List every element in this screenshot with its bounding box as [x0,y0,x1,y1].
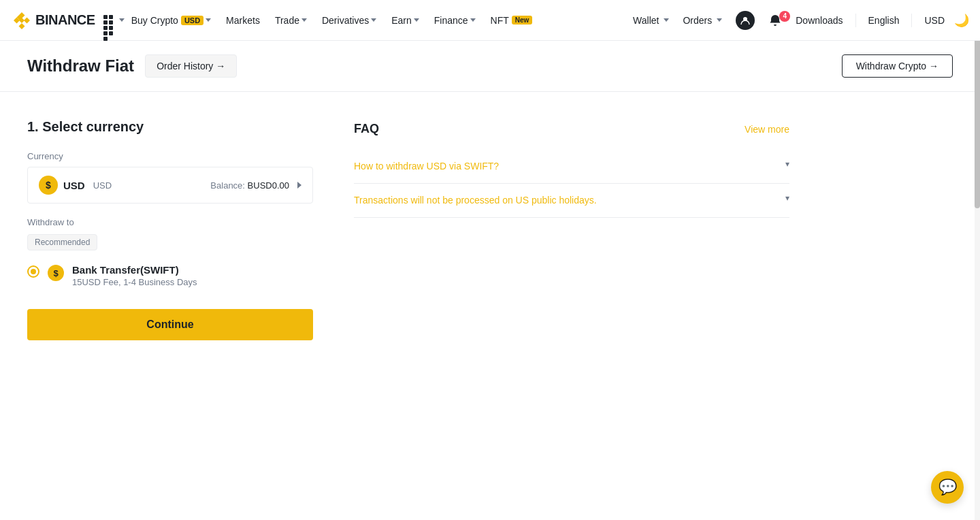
faq-chevron-1: ▾ [785,193,789,203]
logo[interactable]: BINANCE [11,10,95,31]
nav-items: Buy Crypto USD Markets Trade Derivatives… [125,0,629,41]
earn-chevron [414,18,419,22]
currency-selector[interactable]: $ USD USD Balance: BUSD0.00 [27,167,313,204]
nav-derivatives-label: Derivatives [322,15,369,26]
radio-swift-inner [31,269,36,274]
logo-text: BINANCE [35,12,95,28]
main-content: 1. Select currency Currency $ USD USD Ba… [0,92,817,368]
language-label: English [868,15,900,26]
right-panel: FAQ View more How to withdraw USD via SW… [354,119,789,340]
page-header: Withdraw Fiat Order History → Withdraw C… [0,41,980,92]
nav-buy-crypto[interactable]: Buy Crypto USD [125,0,218,41]
withdraw-to-label: Withdraw to [27,217,313,227]
balance-value: BUSD0.00 [248,180,289,191]
page-title: Withdraw Fiat [27,56,134,76]
recommended-badge: Recommended [27,234,97,250]
nav-earn-label: Earn [391,15,412,26]
apps-grid-icon[interactable] [103,15,114,26]
faq-item-1[interactable]: Transactions will not be processed on US… [354,184,789,218]
nav-nft[interactable]: NFT New [484,0,540,41]
downloads-label: Downloads [796,15,843,26]
currency-chevron-right [297,182,301,189]
transfer-info: Bank Transfer(SWIFT) 15USD Fee, 1-4 Busi… [72,264,197,287]
language-button[interactable]: English [864,15,904,26]
theme-toggle[interactable]: 🌙 [954,13,969,28]
usd-badge: USD [181,16,203,25]
wallet-chevron [664,18,669,22]
radio-swift[interactable] [27,265,39,278]
nav-earn[interactable]: Earn [385,0,426,41]
nav-buy-crypto-label: Buy Crypto [131,15,178,26]
buy-crypto-chevron [206,18,211,22]
balance-prefix: Balance: [210,180,245,191]
wallet-label: Wallet [633,15,659,26]
transfer-method-name: Bank Transfer(SWIFT) [72,264,197,276]
nav-markets[interactable]: Markets [219,0,267,41]
nav-derivatives[interactable]: Derivatives [315,0,383,41]
balance-label: Balance: BUSD0.00 [210,180,289,191]
transfer-method-desc: 15USD Fee, 1-4 Business Days [72,277,197,287]
faq-title: FAQ [354,122,379,136]
faq-item-0[interactable]: How to withdraw USD via SWIFT? ▾ [354,150,789,184]
order-history-button[interactable]: Order History → [145,54,237,78]
derivatives-chevron [371,18,376,22]
avatar [736,11,755,30]
nft-new-badge: New [512,16,533,25]
currency-sub: USD [93,180,112,191]
transfer-option-swift[interactable]: $ Bank Transfer(SWIFT) 15USD Fee, 1-4 Bu… [27,261,313,290]
continue-button[interactable]: Continue [27,309,313,340]
nav-finance[interactable]: Finance [427,0,483,41]
currency-field-label: Currency [27,151,313,161]
profile-button[interactable] [732,11,759,30]
orders-button[interactable]: Orders [679,15,726,26]
nav-trade[interactable]: Trade [268,0,314,41]
section-title: 1. Select currency [27,119,313,135]
faq-header: FAQ View more [354,122,789,136]
trade-chevron [301,18,307,22]
currency-left: $ USD USD [39,176,112,195]
withdraw-crypto-button[interactable]: Withdraw Crypto → [842,54,953,78]
currency-name: USD [63,180,85,191]
navbar: BINANCE Buy Crypto USD Markets Trade Der… [0,0,980,41]
nav-nft-label: NFT [491,15,509,26]
transfer-icon: $ [48,265,64,281]
nav-divider [855,14,856,27]
notifications-button[interactable]: 4 [764,14,786,27]
grid-chevron-icon[interactable] [119,18,125,22]
orders-chevron [717,18,722,22]
downloads-button[interactable]: Downloads [791,15,847,26]
wallet-button[interactable]: Wallet [629,15,673,26]
view-more-link[interactable]: View more [745,124,789,135]
faq-question-1: Transactions will not be processed on US… [354,193,780,208]
currency-button[interactable]: USD [920,15,949,26]
left-panel: 1. Select currency Currency $ USD USD Ba… [27,119,313,340]
orders-label: Orders [683,15,712,26]
notification-badge: 4 [779,11,790,22]
finance-chevron [470,18,476,22]
faq-chevron-0: ▾ [785,159,789,169]
nav-trade-label: Trade [275,15,299,26]
page-header-left: Withdraw Fiat Order History → [27,54,237,78]
faq-question-0: How to withdraw USD via SWIFT? [354,159,780,174]
nav-right: Wallet Orders 4 Downloads English USD 🌙 [629,11,969,30]
nav-divider-2 [911,14,912,27]
currency-selector-label: USD [924,15,945,26]
currency-icon: $ [39,176,58,195]
nav-markets-label: Markets [226,15,260,26]
nav-finance-label: Finance [434,15,468,26]
currency-balance-area: Balance: BUSD0.00 [210,180,301,191]
scrollbar-track [975,0,980,368]
